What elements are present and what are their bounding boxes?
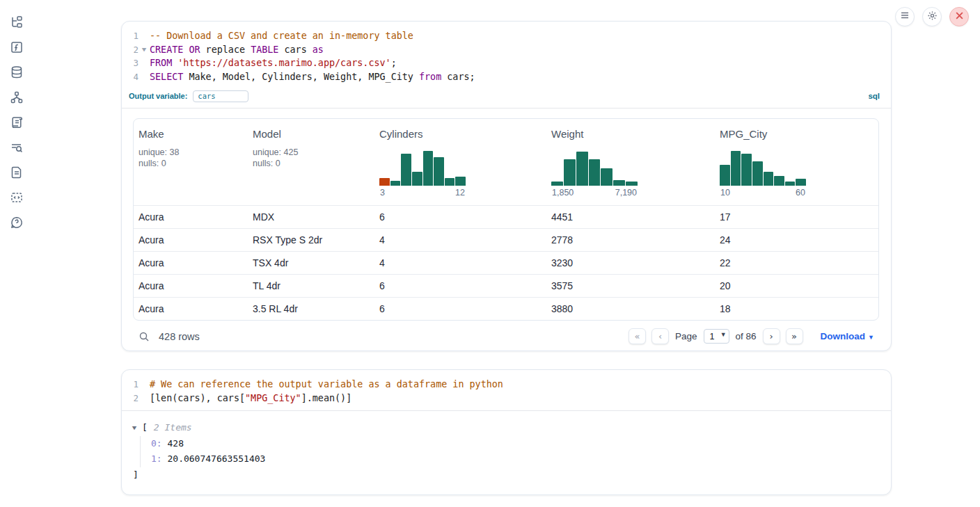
previous-page-button[interactable]: ‹ [651, 328, 669, 344]
code-text: # We can reference the output variable a… [150, 378, 503, 392]
histogram-bar[interactable] [774, 176, 784, 186]
histogram-bar[interactable] [785, 182, 796, 186]
axis-max-label: 7,190 [615, 188, 637, 198]
table-cell: 20 [715, 280, 878, 291]
histogram-bar[interactable] [412, 172, 422, 186]
sidebar-item-dependency-graph[interactable] [9, 90, 24, 105]
fold-chevron-icon[interactable]: ▼ [137, 43, 150, 57]
histogram-bar[interactable] [796, 179, 806, 186]
table-cell: 6 [374, 280, 546, 291]
output-variable-input[interactable] [193, 90, 248, 102]
notebook-actions [895, 7, 969, 26]
table-row[interactable]: AcuraRSX Type S 2dr4277824 [134, 228, 878, 251]
table-row[interactable]: AcuraTSX 4dr4323022 [134, 251, 878, 274]
histogram-bar[interactable] [720, 165, 730, 186]
table-cell: Acura [134, 303, 248, 314]
sql-cell: 1-- Download a CSV and create an in-memo… [121, 21, 892, 351]
sidebar-item-documentation[interactable] [9, 165, 24, 180]
column-header-mpg_city[interactable]: MPG_City1060 [715, 119, 878, 205]
histogram-bar[interactable] [626, 182, 638, 186]
axis-max-label: 12 [455, 188, 465, 198]
table-cell: 24 [715, 234, 878, 246]
sidebar-item-help[interactable] [9, 215, 24, 230]
histogram-bar[interactable] [379, 178, 390, 186]
code-text: [len(cars), cars["MPG_City"].mean()] [150, 392, 351, 405]
sidebar-item-file-tree[interactable] [9, 15, 24, 30]
first-page-button[interactable]: « [629, 328, 646, 344]
column-header-cylinders[interactable]: Cylinders312 [374, 119, 546, 205]
histogram-bar[interactable] [455, 177, 466, 186]
column-stats: unique: 425nulls: 0 [253, 147, 369, 170]
table-cell: 4 [374, 257, 546, 268]
column-header-make[interactable]: Makeunique: 38nulls: 0 [134, 119, 248, 205]
histogram-bar[interactable] [390, 181, 401, 186]
item-index: 0: [151, 438, 162, 449]
code-text: SELECT Make, Model, Cylinders, Weight, M… [150, 70, 475, 84]
sidebar-item-logs[interactable] [9, 115, 24, 130]
sidebar-item-functions[interactable] [9, 40, 24, 55]
table-cell: Acura [134, 257, 248, 268]
histogram-bar[interactable] [576, 152, 588, 186]
table-cell: MDX [248, 211, 374, 223]
histogram-bar[interactable] [551, 182, 563, 186]
line-number: 1 [126, 378, 139, 392]
table-row[interactable]: AcuraTL 4dr6357520 [134, 274, 878, 297]
item-index: 1: [151, 453, 162, 464]
line-number: 4 [126, 70, 139, 84]
histogram-bar[interactable] [601, 168, 612, 186]
line-number: 1 [126, 29, 139, 43]
column-label: Model [253, 128, 369, 140]
menu-button[interactable] [895, 7, 915, 26]
code-line[interactable]: 1-- Download a CSV and create an in-memo… [126, 29, 891, 43]
fold-gutter-spacer [137, 378, 150, 392]
histogram-axis-labels: 1060 [720, 188, 806, 198]
shutdown-button[interactable] [949, 7, 969, 26]
sidebar-item-search[interactable] [9, 140, 24, 155]
language-badge[interactable]: sql [868, 92, 880, 100]
fold-gutter-spacer [137, 70, 150, 84]
table-row[interactable]: Acura3.5 RL 4dr6388018 [134, 297, 878, 320]
output-list-entries: 0: 4281: 20.060747663551403 [140, 436, 880, 467]
histogram-bar[interactable] [423, 151, 434, 186]
histogram-bar[interactable] [564, 159, 576, 186]
table-row[interactable]: AcuraMDX6445117 [134, 205, 878, 228]
axis-max-label: 60 [796, 188, 805, 198]
histogram-bar[interactable] [434, 157, 444, 186]
page-select[interactable]: 1 [704, 329, 729, 344]
sidebar-item-snippets[interactable] [9, 190, 24, 205]
code-line[interactable]: 1# We can reference the output variable … [126, 378, 891, 392]
help-chat-icon [10, 216, 24, 230]
last-page-button[interactable]: » [786, 328, 803, 344]
code-line[interactable]: 3FROM 'https://datasets.marimo.app/cars.… [126, 56, 891, 70]
download-button[interactable]: Download ▼ [821, 331, 874, 341]
collapse-chevron-icon[interactable]: ▼ [132, 420, 143, 436]
code-line[interactable]: 4SELECT Make, Model, Cylinders, Weight, … [126, 70, 891, 84]
code-line[interactable]: 2[len(cars), cars["MPG_City"].mean()] [126, 392, 891, 405]
histogram-bar[interactable] [589, 159, 601, 186]
histogram-bars [379, 150, 466, 186]
sql-code-editor[interactable]: 1-- Download a CSV and create an in-memo… [122, 22, 891, 90]
page-total-label: of 86 [736, 331, 757, 341]
column-header-weight[interactable]: Weight1,8507,190 [546, 119, 715, 205]
code-line[interactable]: 2▼CREATE OR replace TABLE cars as [126, 43, 891, 57]
column-header-model[interactable]: Modelunique: 425nulls: 0 [248, 119, 374, 205]
fold-gutter-spacer [137, 29, 150, 43]
histogram-bar[interactable] [752, 161, 763, 186]
table-search-icon[interactable] [139, 331, 150, 342]
histogram-bar[interactable] [731, 151, 741, 186]
histogram-bar[interactable] [401, 154, 411, 186]
code-text: CREATE OR replace TABLE cars as [150, 43, 324, 57]
axis-min-label: 1,850 [552, 188, 574, 198]
histogram-bar[interactable] [764, 172, 774, 186]
sidebar-item-datasources[interactable] [9, 65, 24, 80]
next-page-button[interactable]: › [763, 328, 780, 344]
document-icon [10, 166, 24, 179]
histogram-bar[interactable] [613, 180, 625, 186]
settings-button[interactable] [922, 7, 942, 26]
fold-gutter-spacer [137, 56, 150, 70]
table-cell: 17 [715, 211, 878, 223]
histogram-bar[interactable] [445, 178, 455, 186]
axis-min-label: 10 [720, 188, 730, 198]
python-code-editor[interactable]: 1# We can reference the output variable … [122, 370, 891, 410]
histogram-bar[interactable] [741, 154, 752, 186]
